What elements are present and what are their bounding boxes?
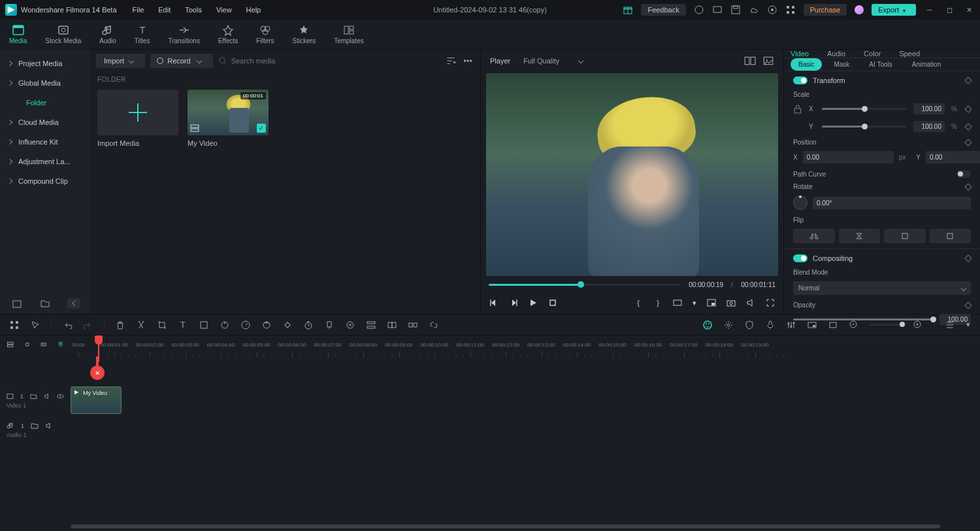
- display-icon[interactable]: [712, 5, 723, 15]
- timeline-ruler[interactable]: 00:0000:00:01:0000:00:02:0000:00:03:0000…: [71, 335, 980, 362]
- position-x-input[interactable]: [803, 151, 894, 163]
- track-icon[interactable]: [366, 320, 376, 330]
- select-icon[interactable]: [30, 320, 41, 330]
- mute-icon[interactable]: [44, 392, 51, 400]
- keyframe-diamond-icon[interactable]: [964, 77, 972, 84]
- new-folder-icon[interactable]: [40, 298, 50, 309]
- scale-y-input[interactable]: [913, 121, 945, 132]
- shield-icon[interactable]: [744, 320, 755, 330]
- prev-frame-icon[interactable]: [489, 298, 499, 308]
- mic-icon[interactable]: [765, 320, 776, 330]
- more-icon[interactable]: [462, 55, 474, 67]
- path-curve-toggle[interactable]: [956, 170, 971, 178]
- lock-icon[interactable]: [793, 105, 802, 114]
- menu-file[interactable]: File: [133, 6, 144, 14]
- ribbon-templates[interactable]: Templates: [334, 24, 364, 44]
- timeline-marker[interactable]: ✕: [90, 366, 105, 380]
- rotate-input[interactable]: [813, 197, 971, 209]
- ungroup-icon[interactable]: [408, 320, 418, 330]
- video-track-icon[interactable]: [7, 392, 14, 400]
- audio-track-icon[interactable]: [40, 341, 48, 350]
- feedback-button[interactable]: Feedback: [641, 4, 685, 16]
- avatar[interactable]: [855, 5, 864, 14]
- rotate-ccw-icon[interactable]: [884, 229, 926, 243]
- notification-icon[interactable]: [767, 5, 777, 15]
- play-icon[interactable]: [528, 298, 538, 308]
- smile-icon[interactable]: [702, 320, 713, 330]
- subtab-mask[interactable]: Mask: [826, 58, 857, 71]
- menu-help[interactable]: Help: [246, 6, 261, 14]
- scale-x-input[interactable]: [913, 103, 945, 114]
- ribbon-media[interactable]: Media: [9, 24, 27, 44]
- track-folder-icon[interactable]: [30, 392, 37, 400]
- position-y-input[interactable]: [926, 151, 980, 163]
- text-icon[interactable]: T: [178, 320, 188, 330]
- minimize-button[interactable]: ─: [924, 4, 936, 16]
- chevron-down-icon[interactable]: ▾: [966, 320, 971, 330]
- export-button[interactable]: Export▾: [872, 4, 916, 16]
- keyframe-diamond-icon[interactable]: [964, 139, 972, 146]
- purchase-button[interactable]: Purchase: [804, 4, 847, 16]
- delete-icon[interactable]: [115, 320, 125, 330]
- pip-icon[interactable]: [706, 298, 717, 308]
- keyframe-icon[interactable]: [282, 320, 293, 330]
- collapse-sidebar-icon[interactable]: [67, 298, 80, 309]
- rotate-dial[interactable]: [793, 196, 808, 210]
- close-button[interactable]: ✕: [963, 4, 975, 16]
- sidebar-item-compound-clip[interactable]: Compound Clip: [0, 171, 90, 191]
- audio-track-note-icon[interactable]: [7, 422, 14, 430]
- ratio-icon[interactable]: [672, 298, 683, 308]
- keyframe-diamond-icon[interactable]: [964, 123, 972, 130]
- save-icon[interactable]: [730, 5, 741, 15]
- link-track-icon[interactable]: [24, 341, 31, 350]
- keyframe-diamond-icon[interactable]: [964, 105, 972, 112]
- grid-icon[interactable]: [9, 320, 20, 330]
- crop-clip-icon[interactable]: [199, 320, 209, 330]
- tab-color[interactable]: Color: [864, 50, 881, 58]
- sidebar-item-project-media[interactable]: Project Media: [0, 54, 90, 73]
- keyframe-diamond-icon[interactable]: [964, 254, 972, 262]
- flip-vertical-icon[interactable]: [839, 229, 881, 243]
- cloud-icon[interactable]: [749, 5, 759, 15]
- gift-icon[interactable]: [623, 5, 633, 15]
- magnet-icon[interactable]: [57, 341, 65, 350]
- import-button[interactable]: Import: [96, 54, 145, 68]
- ribbon-filters[interactable]: Filters: [256, 24, 274, 44]
- blend-mode-select[interactable]: Normal: [793, 281, 971, 295]
- ai-icon[interactable]: [345, 320, 355, 330]
- fullscreen-icon[interactable]: [765, 298, 776, 308]
- gear-icon[interactable]: [723, 320, 734, 330]
- scale-x-slider[interactable]: [822, 108, 907, 110]
- zoom-slider[interactable]: [870, 324, 902, 326]
- sidebar-item-folder[interactable]: Folder: [0, 93, 90, 112]
- ribbon-stock-media[interactable]: Stock Media: [45, 24, 81, 44]
- progress-slider[interactable]: [489, 284, 681, 286]
- snapshot-icon[interactable]: [726, 298, 736, 308]
- zoom-in-icon[interactable]: [913, 320, 923, 330]
- new-bin-icon[interactable]: [12, 298, 22, 309]
- sidebar-item-influence-kit[interactable]: Influence Kit: [0, 132, 90, 152]
- split-icon[interactable]: [136, 320, 146, 330]
- marker-icon[interactable]: [324, 320, 335, 330]
- keyframe-diamond-icon[interactable]: [964, 183, 972, 190]
- sidebar-item-cloud-media[interactable]: Cloud Media: [0, 112, 90, 132]
- redo-icon[interactable]: [83, 320, 93, 330]
- next-frame-icon[interactable]: [508, 298, 519, 308]
- keyframe-diamond-icon[interactable]: [964, 301, 972, 309]
- undo-icon[interactable]: [62, 320, 73, 330]
- subtab-ai-tools[interactable]: AI Tools: [861, 58, 900, 71]
- mute-icon[interactable]: [45, 422, 53, 430]
- sidebar-item-adjustment-layer[interactable]: Adjustment La...: [0, 152, 90, 171]
- menu-tools[interactable]: Tools: [185, 6, 202, 14]
- tab-audio[interactable]: Audio: [827, 50, 845, 58]
- picture-icon[interactable]: [762, 55, 774, 67]
- playhead[interactable]: [98, 339, 99, 362]
- transform-toggle[interactable]: [793, 77, 808, 84]
- maximize-button[interactable]: ◻: [943, 4, 955, 16]
- mark-in-icon[interactable]: {: [633, 298, 644, 308]
- volume-icon[interactable]: [745, 298, 756, 308]
- menu-edit[interactable]: Edit: [158, 6, 171, 14]
- scale-y-slider[interactable]: [822, 126, 907, 128]
- audio-mixer-icon[interactable]: [786, 320, 796, 330]
- zoom-out-icon[interactable]: [849, 320, 859, 330]
